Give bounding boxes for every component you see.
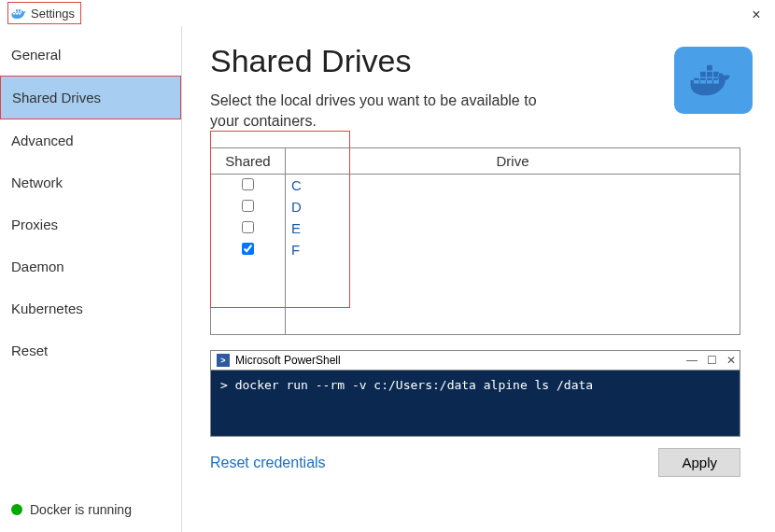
table-header-drive: Drive [286,148,740,175]
main-panel: Shared Drives Select the local drives yo… [182,26,775,532]
reset-credentials-link[interactable]: Reset credentials [210,455,326,471]
drive-checkbox-f[interactable] [242,243,254,255]
table-row: C [211,175,740,197]
status-label: Docker is running [30,502,132,517]
sidebar-item-proxies[interactable]: Proxies [0,203,181,245]
drive-checkbox-c[interactable] [242,178,254,190]
table-row: F [211,239,740,335]
powershell-title: Microsoft PowerShell [235,354,341,367]
drive-label: D [286,196,740,217]
powershell-icon: > [217,354,230,367]
powershell-window: > Microsoft PowerShell — ☐ ✕ > docker ru… [210,350,740,437]
drive-label: C [286,175,740,197]
drive-label: E [286,217,740,239]
close-button[interactable]: × [747,6,766,24]
drive-checkbox-d[interactable] [242,200,254,212]
sidebar-item-kubernetes[interactable]: Kubernetes [0,287,181,329]
titlebar-left: Settings [7,2,81,24]
close-icon[interactable]: ✕ [726,354,736,367]
sidebar: General Shared Drives Advanced Network P… [0,26,182,532]
apply-button[interactable]: Apply [658,448,740,477]
window-title: Settings [31,7,75,21]
table-row: E [211,217,740,239]
table-row: D [211,196,740,217]
sidebar-item-shared-drives[interactable]: Shared Drives [0,76,181,119]
status-dot-icon [11,504,22,515]
docker-whale-icon [674,47,753,114]
maximize-icon[interactable]: ☐ [707,354,717,367]
status-row: Docker is running [0,489,181,532]
sidebar-item-general[interactable]: General [0,34,181,76]
minimize-icon[interactable]: — [686,354,698,367]
drive-checkbox-e[interactable] [242,221,254,233]
window-titlebar: Settings × [0,0,775,26]
drives-table: Shared Drive C D E [210,147,740,335]
table-header-shared: Shared [211,148,286,175]
drive-label: F [286,239,740,335]
sidebar-item-advanced[interactable]: Advanced [0,119,181,161]
docker-icon [10,5,27,21]
sidebar-item-daemon[interactable]: Daemon [0,245,181,287]
sidebar-item-network[interactable]: Network [0,161,181,203]
page-title: Shared Drives [210,43,546,79]
powershell-body: > docker run --rm -v c:/Users:/data alpi… [211,371,740,436]
powershell-titlebar: > Microsoft PowerShell — ☐ ✕ [211,351,740,371]
sidebar-item-reset[interactable]: Reset [0,329,181,371]
powershell-window-controls: — ☐ ✕ [686,354,736,367]
page-description: Select the local drives you want to be a… [210,91,546,131]
